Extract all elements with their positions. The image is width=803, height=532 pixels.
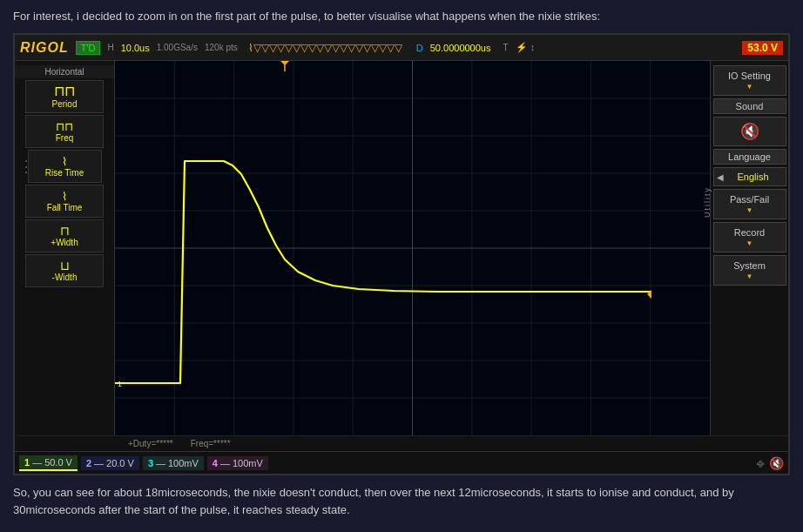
channel-4[interactable]: 4 — 100mV [207,456,268,470]
pass-fail-label: Pass/Fail [730,194,769,205]
osc-header: RIGOL T'D H 10.0us 1.00GSa/s 120k pts ⌇▽… [15,35,788,61]
meas-bar: +Duty=***** Freq=***** [15,435,788,451]
ch4-val: 100mV [233,458,263,468]
rise-time-icon: ⌇ [62,156,67,167]
period-label: Period [52,99,78,109]
io-setting-arrow: ▼ [746,83,753,91]
system-arrow: ▼ [746,273,753,280]
rise-time-label: Rise Time [45,168,84,178]
ch3-num: 3 [148,458,153,468]
system-button[interactable]: System ▼ [713,255,786,286]
osc-main: Horizontal ⊓⊓ Period ⊓⊓ Freq ⋮ ⌇ Rise Ti [15,61,788,435]
bottom-right-icons: ⎆ 🔇 [757,456,784,470]
right-panel: Utility IO Setting ▼ Sound 🔇 Language ◀ … [710,61,788,435]
sound-button[interactable]: 🔇 [713,117,786,146]
usb-icon: ⎆ [757,456,764,470]
waveform-area: 1 [115,61,710,435]
freq-icon: ⊓⊓ [56,121,73,132]
record-label: Record [734,227,765,238]
ch4-num: 4 [213,458,218,468]
ch1-val: 50.0 V [44,457,72,468]
neg-width-icon: ⊔ [60,259,70,272]
sound-section: Sound [713,98,786,114]
ch1-num: 1 [24,457,30,468]
horizontal-label: Horizontal [15,65,114,78]
ch3-sep: — [156,458,165,468]
rise-time-button[interactable]: ⌇ Rise Time [28,150,102,183]
ch2-sep: — [94,458,104,468]
bottom-text: So, you can see for about 18microseconds… [13,484,790,518]
trig-indicator: ⌇▽▽▽▽▽▽▽▽▽▽▽▽▽▽▽▽▽▽▽ [248,42,402,54]
neg-width-button[interactable]: ⊔ -Width [25,254,104,287]
time-div: 10.0us [121,43,150,53]
sound-icon: 🔇 [740,122,759,141]
period-button[interactable]: ⊓⊓ Period [25,80,104,113]
io-setting-button[interactable]: IO Setting ▼ [713,65,786,96]
time-offset: 50.0000000us [430,43,491,53]
freq-meas: Freq=***** [191,439,231,448]
language-selector[interactable]: ◀ English [713,167,786,186]
oscilloscope: RIGOL T'D H 10.0us 1.00GSa/s 120k pts ⌇▽… [13,33,790,475]
d-label: D [416,43,423,53]
neg-width-label: -Width [52,273,78,282]
channel-3[interactable]: 3 — 100mV [143,456,204,470]
io-setting-label: IO Setting [728,71,771,81]
channel-1[interactable]: 1 — 50.0 V [19,455,78,471]
td-badge: T'D [76,41,101,55]
system-label: System [733,260,766,271]
speaker-icon: 🔇 [769,456,784,470]
ch2-val: 20.0 V [106,458,134,468]
svg-text:1: 1 [118,380,122,388]
rigol-logo: RIGOL [20,40,69,56]
ch2-num: 2 [86,458,91,468]
record-arrow: ▼ [746,239,753,247]
channel-bar: 1 — 50.0 V 2 — 20.0 V 3 — 100mV 4 — 100m… [15,451,788,474]
sample-rate: 1.00GSa/s [157,43,198,52]
pts: 120k pts [205,43,238,52]
language-section: Language [713,149,786,165]
ch1-sep: — [32,457,42,468]
fall-time-button[interactable]: ⌇ Fall Time [25,185,104,218]
record-button[interactable]: Record ▼ [713,222,786,253]
h-label: H [107,43,113,52]
period-icon: ⊓⊓ [54,84,75,98]
pass-fail-button[interactable]: Pass/Fail ▼ [713,189,786,219]
channel-2[interactable]: 2 — 20.0 V [81,456,139,470]
top-text: For interest, i decided to zoom in on th… [13,9,790,24]
utility-label: Utility [703,165,712,218]
duty-meas: +Duty=***** [128,439,173,448]
t-icons: ⚡ ↕ [516,42,536,53]
lang-left-arrow: ◀ [717,172,724,182]
fall-time-label: Fall Time [47,203,83,212]
ch3-val: 100mV [168,458,199,468]
left-panel: Horizontal ⊓⊓ Period ⊓⊓ Freq ⋮ ⌇ Rise Ti [15,61,115,435]
freq-button[interactable]: ⊓⊓ Freq [25,115,104,148]
pos-width-button[interactable]: ⊓ +Width [25,219,104,253]
pos-width-label: +Width [51,238,78,247]
t-label: T [503,43,508,52]
pos-width-icon: ⊓ [60,225,70,237]
language-value: English [724,172,783,182]
voltage-display: 53.0 V [742,41,783,55]
fall-time-icon: ⌇ [62,191,67,202]
ch4-sep: — [220,458,230,468]
left-dots: ⋮ [18,157,34,176]
pass-fail-arrow: ▼ [746,206,753,214]
freq-label: Freq [56,133,74,143]
